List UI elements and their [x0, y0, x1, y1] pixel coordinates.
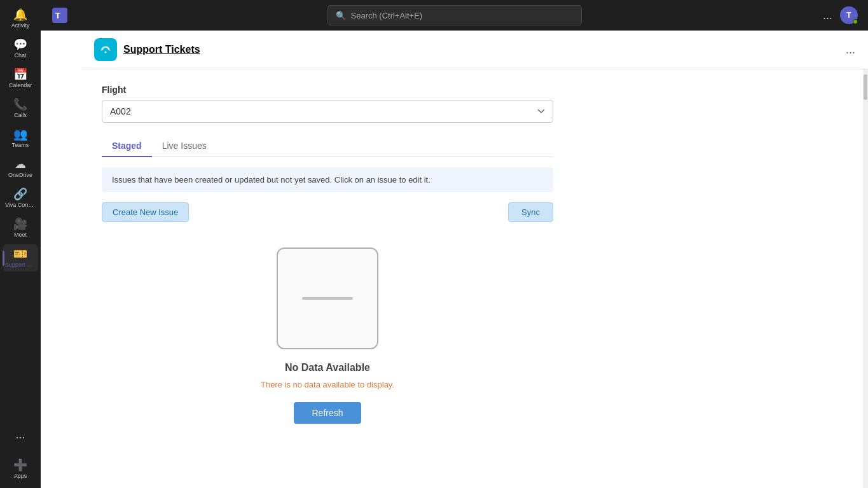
more-icon: ··· — [10, 426, 30, 449]
sidebar-label-apps: Apps — [5, 473, 36, 479]
create-new-issue-button[interactable]: Create New Issue — [102, 202, 189, 222]
empty-title: No Data Available — [285, 362, 370, 373]
sidebar-item-calls[interactable]: 📞 Calls — [3, 95, 38, 122]
search-placeholder: Search (Ctrl+Alt+E) — [351, 11, 423, 20]
activity-icon: 🔔 — [13, 9, 27, 20]
tab-staged[interactable]: Staged — [102, 136, 152, 157]
scroll-rail — [863, 69, 868, 488]
sidebar-item-onedrive[interactable]: ☁ OneDrive — [3, 155, 38, 182]
sidebar-label-calls: Calls — [5, 112, 36, 118]
flight-select[interactable]: A002 A001 A003 — [102, 100, 553, 123]
avatar[interactable]: T — [840, 6, 858, 24]
sidebar: 🔔 Activity 💬 Chat 📅 Calendar 📞 Calls 👥 T… — [0, 0, 41, 488]
topbar: T 🔍 Search (Ctrl+Alt+E) ... T — [41, 0, 868, 31]
sidebar-item-apps[interactable]: ➕ Apps — [3, 456, 38, 483]
avatar-initials: T — [846, 11, 851, 20]
sidebar-item-teams[interactable]: 👥 Teams — [3, 125, 38, 152]
content-area: Flight A002 A001 A003 Staged Live Issues… — [81, 69, 868, 488]
calendar-icon: 📅 — [13, 69, 27, 80]
app-title[interactable]: Support Tickets — [123, 44, 200, 55]
apps-icon: ➕ — [13, 459, 27, 471]
empty-subtitle: There is no data available to display. — [261, 380, 394, 389]
app-header-dots[interactable]: ... — [846, 43, 855, 57]
search-box[interactable]: 🔍 Search (Ctrl+Alt+E) — [327, 5, 582, 25]
app-header-left: Support Tickets — [94, 38, 200, 61]
sidebar-item-support[interactable]: 🎫 Support Tic... — [3, 244, 38, 272]
support-icon: 🎫 — [13, 248, 27, 260]
sidebar-item-viva[interactable]: 🔗 Viva Conne... — [3, 185, 38, 212]
sidebar-item-chat[interactable]: 💬 Chat — [3, 35, 38, 62]
sync-button[interactable]: Sync — [508, 202, 553, 222]
sidebar-item-activity[interactable]: 🔔 Activity — [3, 5, 38, 32]
sidebar-label-teams: Teams — [5, 142, 36, 148]
sidebar-label-meet: Meet — [5, 232, 36, 238]
meet-icon: 🎥 — [13, 218, 27, 230]
sidebar-label-chat: Chat — [5, 52, 36, 59]
sidebar-label-activity: Activity — [5, 22, 36, 29]
app-header: Support Tickets ... — [81, 31, 868, 69]
action-bar: Create New Issue Sync — [102, 202, 553, 222]
chat-icon: 💬 — [13, 39, 27, 50]
sidebar-item-meet[interactable]: 🎥 Meet — [3, 214, 38, 242]
tab-live-issues[interactable]: Live Issues — [152, 136, 217, 157]
topbar-left: T — [51, 6, 69, 24]
viva-icon: 🔗 — [13, 188, 27, 200]
main-content: Support Tickets ... Flight A002 A001 A00… — [81, 31, 868, 488]
empty-icon-line — [302, 297, 353, 300]
topbar-right: ... T — [823, 6, 858, 24]
search-icon: 🔍 — [336, 11, 346, 20]
svg-text:T: T — [55, 11, 60, 20]
onedrive-icon: ☁ — [15, 158, 26, 170]
sidebar-item-more[interactable]: ··· — [3, 422, 38, 453]
scroll-thumb[interactable] — [864, 74, 867, 100]
calls-icon: 📞 — [13, 99, 27, 110]
svg-point-3 — [105, 52, 107, 53]
teams-logo: T — [51, 6, 69, 24]
avatar-status-dot — [853, 19, 858, 24]
refresh-button[interactable]: Refresh — [294, 402, 361, 424]
teams-icon: 👥 — [13, 129, 27, 140]
empty-icon — [277, 247, 378, 349]
empty-state: No Data Available There is no data avail… — [102, 222, 553, 449]
sidebar-label-support: Support Tic... — [5, 261, 36, 268]
sidebar-label-viva: Viva Conne... — [5, 202, 36, 208]
sidebar-item-calendar[interactable]: 📅 Calendar — [3, 65, 38, 92]
sidebar-label-onedrive: OneDrive — [5, 172, 36, 178]
topbar-dots-button[interactable]: ... — [823, 9, 832, 22]
flight-label: Flight — [102, 85, 848, 95]
app-icon — [94, 38, 117, 61]
info-banner: Issues that have been created or updated… — [102, 167, 553, 192]
sidebar-label-calendar: Calendar — [5, 82, 36, 88]
tabs: Staged Live Issues — [102, 136, 553, 157]
